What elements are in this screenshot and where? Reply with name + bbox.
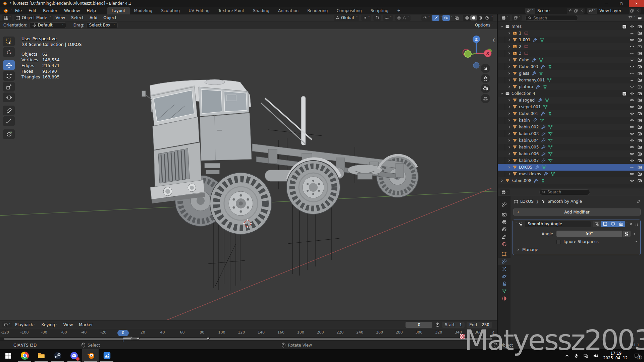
- view-layer-selector[interactable]: ˅ View Layer: [587, 8, 641, 14]
- properties-tab-output[interactable]: [498, 218, 511, 226]
- current-frame-indicator[interactable]: 0: [117, 330, 129, 336]
- outliner-row-csepel-001[interactable]: csepel.001: [498, 104, 644, 110]
- tool-measure[interactable]: [3, 116, 15, 126]
- expand-arrow-icon[interactable]: [500, 24, 504, 28]
- microphone-icon[interactable]: [574, 353, 579, 358]
- outliner-item-label[interactable]: kormany.001: [519, 78, 545, 82]
- camera-render-icon[interactable]: [637, 172, 642, 176]
- outliner-item-label[interactable]: kabin.007: [519, 158, 539, 163]
- workspace-tab-modeling[interactable]: Modeling: [130, 7, 157, 14]
- view-layer-name[interactable]: View Layer: [597, 8, 629, 14]
- outliner-row-kabin-006[interactable]: kabin.006: [498, 150, 644, 157]
- maximize-button[interactable]: ▢: [614, 0, 629, 7]
- properties-tab-tool[interactable]: [498, 201, 511, 208]
- outliner-item-label[interactable]: 1.001: [519, 38, 530, 42]
- camera-render-icon[interactable]: [637, 178, 642, 183]
- modifier-expand-arrow[interactable]: ˅: [516, 223, 517, 226]
- properties-tab-render[interactable]: [498, 211, 511, 218]
- taskbar-app-steam[interactable]: [49, 349, 66, 362]
- expand-arrow-icon[interactable]: [507, 118, 511, 122]
- outliner-row-alsogeci[interactable]: alsogeci: [498, 97, 644, 104]
- breadcrumb-modifier[interactable]: Smooth by Angle: [547, 199, 582, 204]
- current-frame-field[interactable]: 0: [406, 322, 432, 328]
- expand-arrow-icon[interactable]: [507, 71, 511, 75]
- camera-render-icon[interactable]: [637, 71, 642, 76]
- camera-view-button[interactable]: [481, 84, 490, 93]
- outliner-item-label[interactable]: mres: [512, 24, 522, 29]
- eye-open-icon[interactable]: [630, 131, 634, 136]
- workspace-tab-texture-paint[interactable]: Texture Paint: [214, 7, 249, 14]
- properties-options-chevron[interactable]: ˅: [639, 191, 641, 194]
- camera-render-icon[interactable]: [637, 98, 642, 103]
- outliner-row-kabin-004[interactable]: kabin.004: [498, 137, 644, 144]
- auto-key-stopwatch-icon[interactable]: [435, 322, 440, 327]
- expand-arrow-icon[interactable]: [507, 58, 511, 62]
- expand-arrow-icon[interactable]: [507, 98, 511, 102]
- expand-arrow-icon[interactable]: [507, 65, 511, 69]
- taskbar-app-chrome[interactable]: [16, 349, 33, 362]
- outliner-item-label[interactable]: glass: [519, 71, 529, 76]
- outliner-row-collection-4[interactable]: Collection 4: [498, 90, 644, 97]
- orientation-dropdown[interactable]: Default ˅: [30, 22, 66, 28]
- viewport-menu-add[interactable]: Add: [87, 15, 100, 20]
- frame-end-field[interactable]: End 250: [467, 322, 492, 328]
- properties-tab-data[interactable]: [498, 287, 511, 295]
- snap-toggle[interactable]: [373, 15, 381, 21]
- outliner-restriction-button[interactable]: ˅: [512, 15, 522, 21]
- camera-render-icon[interactable]: [637, 158, 642, 163]
- expand-arrow-icon[interactable]: [507, 125, 511, 129]
- expand-arrow-icon[interactable]: [507, 51, 511, 55]
- eye-open-icon[interactable]: [630, 118, 634, 123]
- timeline-editor-type-button[interactable]: ˅: [2, 322, 12, 327]
- scene-selector[interactable]: ˅ Scene: [525, 8, 585, 14]
- tray-hidden-icons-button[interactable]: [565, 354, 569, 358]
- camera-render-icon[interactable]: [637, 125, 642, 129]
- timeline-sidebar-arrow[interactable]: ❮: [492, 331, 495, 335]
- modifier-vertex-group-button[interactable]: [593, 221, 601, 227]
- camera-render-icon[interactable]: [637, 131, 642, 136]
- outliner-row-kabin-008[interactable]: kabin.008: [498, 177, 644, 184]
- shading-wireframe-button[interactable]: [464, 15, 470, 20]
- expand-arrow-icon[interactable]: [507, 105, 511, 109]
- outliner-row-cube-003[interactable]: Cube.003: [498, 63, 644, 70]
- scene-browse-icon[interactable]: ˅: [525, 8, 535, 14]
- expand-arrow-icon[interactable]: [507, 145, 511, 149]
- pin-icon[interactable]: [636, 199, 641, 204]
- breadcrumb-object[interactable]: LOKOS: [520, 199, 534, 204]
- add-modifier-button[interactable]: ＋ Add Modifier: [513, 208, 641, 216]
- camera-render-icon[interactable]: [637, 91, 642, 96]
- eye-open-icon[interactable]: [630, 178, 634, 183]
- outliner-filter-icon[interactable]: [628, 16, 633, 20]
- outliner-row-cube-001[interactable]: Cube.001: [498, 110, 644, 117]
- eye-closed-icon[interactable]: [630, 84, 634, 89]
- zoom-button[interactable]: [481, 64, 490, 73]
- properties-tab-world[interactable]: [498, 240, 511, 248]
- taskbar-app-explorer[interactable]: [33, 349, 49, 362]
- eye-open-icon[interactable]: [630, 105, 634, 109]
- new-collection-icon[interactable]: [638, 16, 642, 20]
- camera-render-icon[interactable]: [637, 64, 642, 69]
- tool-select-box[interactable]: [3, 37, 15, 46]
- shading-solid-button[interactable]: [470, 15, 477, 20]
- timeline-scrollbar[interactable]: [4, 338, 492, 340]
- sharpness-decorator-dot[interactable]: [636, 241, 637, 242]
- modifier-close-icon[interactable]: [629, 222, 633, 226]
- scene-pin-icon[interactable]: [567, 9, 573, 13]
- workspace-tab-scripting[interactable]: Scripting: [366, 7, 393, 14]
- outliner-item-label[interactable]: kabin.006: [519, 152, 539, 156]
- outliner-item-label[interactable]: platora: [519, 84, 533, 89]
- workspace-tab-compositing[interactable]: Compositing: [332, 7, 366, 14]
- properties-tab-modifiers[interactable]: [498, 258, 511, 265]
- expand-arrow-icon[interactable]: [507, 31, 511, 35]
- viewport-menu-select[interactable]: Select: [68, 15, 87, 20]
- expand-arrow-icon[interactable]: [500, 179, 504, 183]
- scene-name[interactable]: Scene: [535, 8, 567, 14]
- scene-unlink-icon[interactable]: [579, 9, 585, 13]
- expand-arrow-icon[interactable]: [507, 159, 511, 163]
- expand-arrow-icon[interactable]: [507, 85, 511, 89]
- eye-open-icon[interactable]: [630, 38, 634, 42]
- workspace-tab-uv-editing[interactable]: UV Editing: [184, 7, 214, 14]
- menu-edit[interactable]: Edit: [25, 7, 40, 14]
- camera-render-icon[interactable]: [637, 58, 642, 62]
- modifier-drag-handle[interactable]: [635, 222, 639, 226]
